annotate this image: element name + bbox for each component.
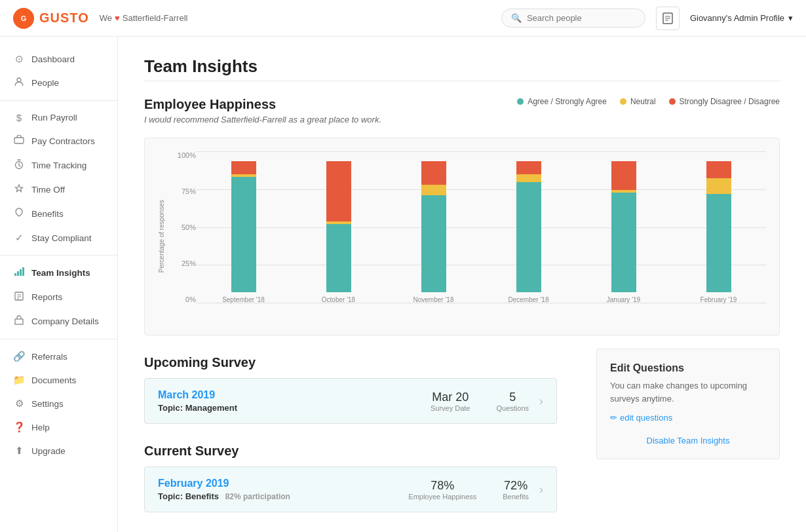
bar xyxy=(516,161,541,292)
sidebar-item-reports[interactable]: Reports xyxy=(0,285,117,309)
sidebar-label-settings: Settings xyxy=(31,399,64,409)
sidebar-item-company-details[interactable]: Company Details xyxy=(0,309,117,333)
help-icon: ❓ xyxy=(13,421,25,433)
bar-disagree xyxy=(231,161,256,174)
svg-rect-17 xyxy=(15,319,23,324)
current-survey-meta: 78% Employee Happiness 72% Benefits xyxy=(408,479,529,501)
legend-disagree-label: Strongly Disagree / Disagree xyxy=(680,97,780,106)
legend-agree: Agree / Strongly Agree xyxy=(517,97,607,106)
bar xyxy=(326,161,351,292)
bar-x-label: December '18 xyxy=(509,296,549,303)
current-survey-title: Current Survey xyxy=(144,444,557,459)
bar-groups: September '18October '18November '18Dece… xyxy=(196,151,766,303)
sidebar-label-help: Help xyxy=(31,423,50,432)
disable-team-insights-link[interactable]: Disable Team Insights xyxy=(610,436,766,446)
search-icon: 🔍 xyxy=(511,13,522,23)
sidebar-item-benefits[interactable]: Benefits xyxy=(0,202,117,226)
bar xyxy=(611,161,636,292)
bar-group: November '18 xyxy=(386,151,481,303)
sidebar-label-team-insights: Team Insights xyxy=(31,268,90,278)
dashboard-icon: ⊙ xyxy=(13,53,25,65)
surveys-col: Upcoming Survey March 2019 Topic: Manage… xyxy=(144,355,557,532)
y-0: 0% xyxy=(174,295,196,303)
sidebar-label-time-off: Time Off xyxy=(31,185,65,195)
y-75: 75% xyxy=(174,187,196,195)
upcoming-survey-section: Upcoming Survey March 2019 Topic: Manage… xyxy=(144,355,557,424)
contractors-icon xyxy=(13,135,25,147)
y-axis-label: Percentage of responses xyxy=(158,200,165,273)
sidebar-item-time-off[interactable]: Time Off xyxy=(0,178,117,202)
sidebar-item-team-insights[interactable]: Team Insights xyxy=(0,261,117,285)
legend-neutral-label: Neutral xyxy=(630,97,656,106)
bar xyxy=(231,161,256,292)
upcoming-survey-meta: Mar 20 Survey Date 5 Questions xyxy=(431,390,529,412)
title-divider xyxy=(144,81,780,81)
admin-profile-menu[interactable]: Giovanny's Admin Profile ▾ xyxy=(690,13,793,23)
upcoming-survey-card[interactable]: March 2019 Topic: Management Mar 20 Surv… xyxy=(144,378,557,424)
bar-x-label: September '18 xyxy=(222,296,265,303)
document-icon[interactable] xyxy=(656,7,680,30)
sidebar-label-run-payroll: Run Payroll xyxy=(31,113,77,123)
current-survey-arrow[interactable]: › xyxy=(539,483,543,497)
edit-questions-link[interactable]: ✏ edit questions xyxy=(610,413,766,423)
bar-group: October '18 xyxy=(291,151,386,303)
sidebar-item-run-payroll[interactable]: $ Run Payroll xyxy=(0,106,117,129)
people-icon xyxy=(13,77,25,89)
legend-neutral: Neutral xyxy=(620,97,656,106)
bar-disagree xyxy=(611,161,636,190)
upcoming-survey-title: Upcoming Survey xyxy=(144,355,557,370)
sidebar-item-stay-compliant[interactable]: ✓ Stay Compliant xyxy=(0,226,117,250)
upcoming-survey-arrow[interactable]: › xyxy=(539,394,543,408)
team-insights-icon xyxy=(13,267,25,279)
current-benefits-value: 72% xyxy=(503,479,529,493)
sidebar-item-help[interactable]: ❓ Help xyxy=(0,415,117,439)
happiness-section: Employee Happiness I would recommend Sat… xyxy=(144,97,780,335)
bar-agree xyxy=(611,193,636,292)
company-icon xyxy=(13,315,25,328)
sidebar-item-people[interactable]: People xyxy=(0,71,117,95)
sidebar-label-pay-contractors: Pay Contractors xyxy=(31,136,95,146)
bar-agree xyxy=(421,195,446,292)
bar-disagree xyxy=(516,161,541,174)
bar-agree xyxy=(706,194,731,292)
bar-x-label: October '18 xyxy=(322,296,355,303)
bar-group: February '19 xyxy=(671,151,766,303)
benefits-icon xyxy=(13,208,25,220)
eq-desc: You can make changes to upcoming surveys… xyxy=(610,379,766,405)
compliant-icon: ✓ xyxy=(13,232,25,244)
bar-disagree xyxy=(326,161,351,221)
logo-area[interactable]: G GUSTO xyxy=(13,8,89,29)
upcoming-topic-value: Management xyxy=(185,403,237,413)
sidebar-label-company-details: Company Details xyxy=(31,316,99,326)
bottom-section: Upcoming Survey March 2019 Topic: Manage… xyxy=(144,355,780,532)
sidebar-item-pay-contractors[interactable]: Pay Contractors xyxy=(0,129,117,153)
current-participation: 82% participation xyxy=(225,492,290,501)
search-input[interactable] xyxy=(527,13,636,23)
sidebar-label-reports: Reports xyxy=(31,292,62,302)
page-title: Team Insights xyxy=(144,56,780,77)
current-survey-month: February 2019 Topic: Benefits 82% partic… xyxy=(158,478,408,501)
sidebar-label-benefits: Benefits xyxy=(31,209,64,219)
sidebar-item-settings[interactable]: ⚙ Settings xyxy=(0,392,117,415)
bar-neutral xyxy=(421,185,446,195)
sidebar-item-documents[interactable]: 📁 Documents xyxy=(0,368,117,392)
chart-legend: Agree / Strongly Agree Neutral Strongly … xyxy=(517,97,780,106)
bar-x-label: November '18 xyxy=(413,296,454,303)
chevron-down-icon: ▾ xyxy=(788,13,793,23)
y-100: 100% xyxy=(174,151,196,159)
y-25: 25% xyxy=(174,259,196,267)
sidebar-item-upgrade[interactable]: ⬆ Upgrade xyxy=(0,439,117,463)
sidebar-item-dashboard[interactable]: ⊙ Dashboard xyxy=(0,47,117,71)
survey-date-value: Mar 20 xyxy=(431,390,470,404)
svg-rect-10 xyxy=(17,271,19,276)
survey-date-item: Mar 20 Survey Date xyxy=(431,390,470,412)
happiness-chart: Percentage of responses 100% 75% 50% 25%… xyxy=(144,138,780,335)
bar-x-label: January '19 xyxy=(607,296,640,303)
sidebar-item-time-tracking[interactable]: Time Tracking xyxy=(0,153,117,178)
bar-disagree xyxy=(421,161,446,185)
bar-agree xyxy=(326,224,351,292)
sidebar-item-referrals[interactable]: 🔗 Referrals xyxy=(0,345,117,368)
search-box[interactable]: 🔍 xyxy=(501,9,645,28)
current-survey-card[interactable]: February 2019 Topic: Benefits 82% partic… xyxy=(144,466,557,512)
sidebar-label-stay-compliant: Stay Compliant xyxy=(31,233,92,243)
